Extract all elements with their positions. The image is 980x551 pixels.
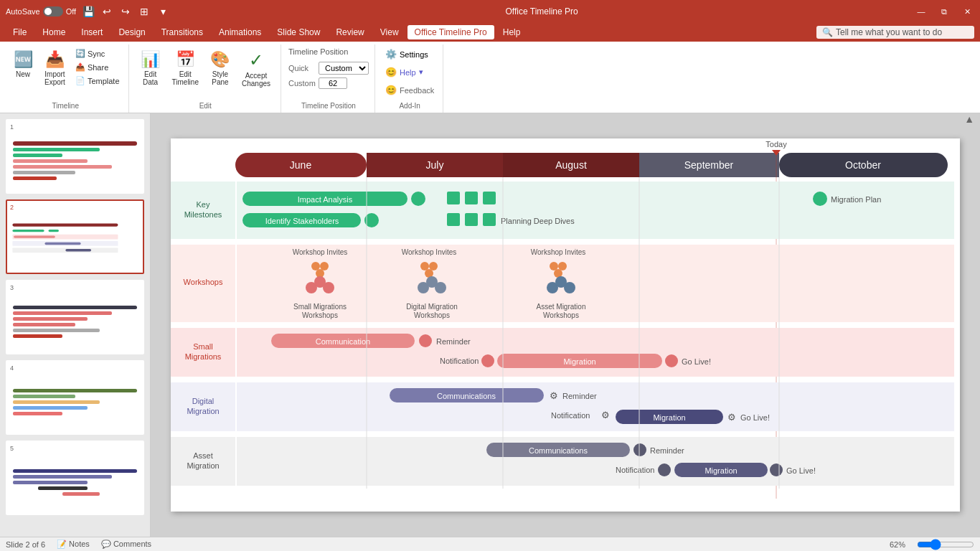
slide-thumb-3[interactable]: 3 (6, 280, 144, 354)
ribbon-collapse-button[interactable]: ▲ (964, 113, 974, 125)
ribbon-group-edit: 📊 EditData 📅 EditTimeline 🎨 StylePane ✓ … (131, 44, 281, 113)
settings-button[interactable]: ⚙️ Settings (382, 47, 431, 61)
golive-dot1 (665, 354, 678, 367)
quick-select[interactable]: Custom Fit to Slide Manual (319, 62, 369, 75)
feedback-icon: 😊 (385, 85, 397, 95)
minimize-button[interactable]: — (914, 4, 928, 19)
accept-changes-label: AcceptChanges (242, 72, 270, 88)
help-button[interactable]: 😊 Help ▾ (382, 65, 426, 79)
slide-preview-1 (10, 132, 140, 189)
edit-timeline-icon: 📅 (176, 50, 195, 69)
comms-label-asset: Communications (529, 446, 588, 455)
layout-icon[interactable]: ⊞ (138, 5, 151, 18)
wi-flower1b (320, 262, 329, 270)
impact-dot (411, 192, 425, 206)
style-pane-button[interactable]: 🎨 StylePane (206, 47, 235, 89)
ribbon-group-addon: ⚙️ Settings 😊 Help ▾ 😊 Feedback Add-In (377, 44, 443, 113)
custom-label: Custom (288, 79, 316, 88)
digital-ws-label1: Digital Migration (406, 303, 458, 311)
dropdown-icon[interactable]: ▾ (156, 5, 169, 18)
wi-flower2b (429, 262, 438, 270)
lane-milestones: Key Milestones Impact Analysis Migration… (171, 182, 954, 239)
menu-design[interactable]: Design (111, 25, 152, 39)
milestone-sq5 (465, 213, 478, 226)
asset-label2: Migration (187, 461, 219, 470)
slide-thumb-2[interactable]: 2 (6, 199, 144, 274)
milestone-sq1 (447, 192, 460, 204)
menu-officetimeline[interactable]: Office Timeline Pro (407, 25, 494, 39)
accept-changes-button[interactable]: ✓ AcceptChanges (237, 47, 275, 90)
slide-preview-3 (10, 293, 140, 350)
slide-thumb-1[interactable]: 1 (6, 119, 144, 194)
zoom-slider[interactable] (917, 539, 974, 550)
slide-info: Slide 2 of 6 (6, 540, 45, 549)
wi-flower3b (558, 262, 567, 270)
edit-data-button[interactable]: 📊 EditData (136, 47, 165, 89)
migration-plan-label: Migration Plan (831, 195, 881, 204)
sync-label: Sync (88, 50, 105, 58)
sync-button[interactable]: 🔄 Sync (72, 47, 123, 60)
lane-workshops: Workshops Workshop Invites Workshop Invi… (171, 245, 954, 322)
menu-animations[interactable]: Animations (212, 25, 268, 39)
menu-transitions[interactable]: Transitions (154, 25, 210, 39)
autosave-state: Off (66, 7, 76, 16)
timeline-group-label: Timeline (52, 102, 79, 110)
menu-home[interactable]: Home (35, 25, 72, 39)
new-label: New (16, 70, 30, 78)
milestone-sq3 (483, 192, 496, 204)
feedback-button[interactable]: 😊 Feedback (382, 83, 437, 97)
share-button[interactable]: 📤 Share (72, 61, 123, 73)
quick-label: Quick (288, 64, 316, 72)
style-pane-icon: 🎨 (210, 50, 230, 69)
month-june-label: June (290, 159, 312, 171)
notification-label-digital: Notification (551, 411, 590, 420)
template-button[interactable]: 📄 Template (72, 75, 123, 87)
undo-icon[interactable]: ↩ (100, 5, 113, 18)
custom-input[interactable] (319, 77, 347, 89)
menu-insert[interactable]: Insert (74, 25, 110, 39)
edit-data-label: EditData (143, 70, 158, 86)
slide-canvas: June July August September October (171, 138, 960, 512)
settings-label: Settings (400, 50, 428, 59)
menu-review[interactable]: Review (329, 25, 371, 39)
month-august-label: August (555, 159, 587, 171)
identify-stakeholders-label: Identify Stakeholders (265, 217, 339, 225)
wi-flower2a (420, 262, 429, 270)
menu-help[interactable]: Help (496, 25, 528, 39)
close-button[interactable]: ✕ (960, 4, 974, 19)
notes-button[interactable]: 📝 Notes (57, 540, 90, 549)
menu-slideshow[interactable]: Slide Show (270, 25, 327, 39)
slide-panel: 1 2 (0, 113, 151, 537)
main-canvas: June July August September October (151, 113, 980, 537)
template-label: Template (88, 77, 120, 85)
autosave-toggle[interactable]: AutoSave Off (6, 6, 76, 17)
month-september-label: September (684, 159, 734, 171)
menu-search[interactable]: 🔍 Tell me what you want to do (816, 26, 974, 39)
golive-label-digital: Go Live! (740, 413, 770, 422)
restore-button[interactable]: ⧉ (937, 4, 951, 19)
edit-timeline-button[interactable]: 📅 EditTimeline (168, 47, 203, 89)
app-title: Office Timeline Pro (169, 6, 914, 17)
reminder-label-digital: Reminder (562, 392, 597, 400)
small-label2: Migrations (185, 352, 222, 361)
impact-analysis-label: Impact Analysis (298, 195, 353, 204)
sync-icon: 🔄 (75, 49, 85, 58)
menu-file[interactable]: File (6, 25, 34, 39)
edit-timeline-label: EditTimeline (172, 70, 199, 86)
milestone-sq4 (447, 213, 460, 226)
position-title: Timeline Position (288, 47, 348, 56)
menu-view[interactable]: View (373, 25, 406, 39)
comments-button[interactable]: 💬 Comments (101, 540, 151, 549)
autosave-switch[interactable] (43, 6, 63, 17)
migration-label-small: Migration (563, 357, 595, 366)
help-label: Help (400, 68, 416, 77)
milestone-sq6 (483, 213, 496, 226)
redo-icon[interactable]: ↪ (119, 5, 132, 18)
content-area: 1 2 (0, 113, 980, 537)
slide-thumb-5[interactable]: 5 (6, 441, 144, 515)
migration-label-asset: Migration (705, 466, 737, 475)
slide-thumb-4[interactable]: 4 (6, 360, 144, 435)
import-button[interactable]: 📥 ImportExport (40, 47, 70, 89)
new-button[interactable]: 🆕 New (9, 47, 37, 81)
save-icon[interactable]: 💾 (82, 5, 95, 18)
